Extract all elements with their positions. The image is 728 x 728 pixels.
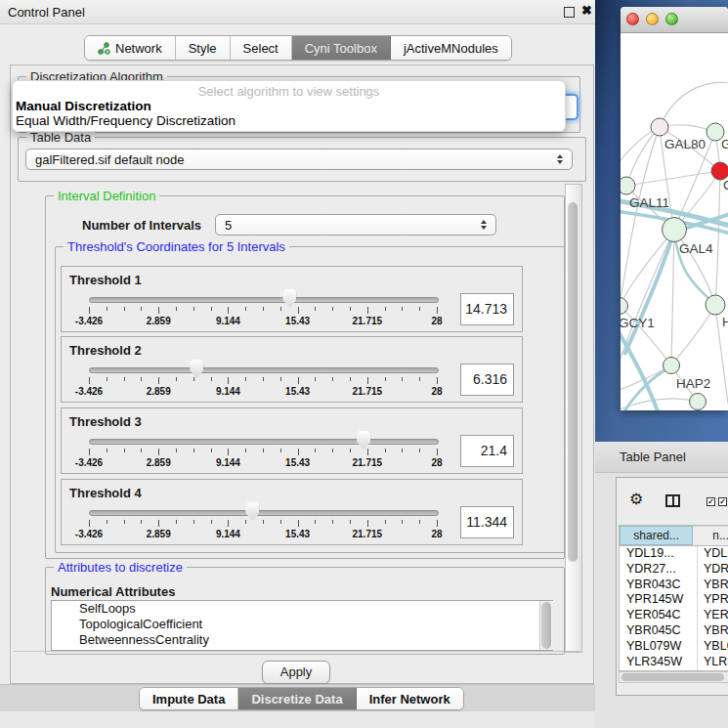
cell-shared-name[interactable]: YBL079W (620, 639, 698, 655)
main-vertical-scrollbar[interactable] (565, 184, 582, 653)
attribute-item-betweennesscentrality[interactable]: BetweennessCentrality (52, 632, 552, 648)
slider-tick (141, 449, 142, 452)
network-window-titlebar[interactable] (621, 7, 728, 33)
network-view-window[interactable]: GAL80GACGAL11GAL4GCY1HHAP2 (621, 7, 728, 410)
popup-option-equal-width-frequency-discretization[interactable]: Equal Width/Frequency Discretization (16, 113, 236, 128)
gear-icon[interactable]: ⚙ (629, 492, 643, 507)
cell-shared-name[interactable]: YPR145W (620, 592, 698, 608)
table-row[interactable]: YER054CYER0 (620, 608, 728, 623)
slider-track[interactable] (89, 510, 439, 516)
tab-discretize-data[interactable]: Discretize Data (238, 688, 356, 709)
network-node-GAL4[interactable] (663, 218, 687, 242)
network-node-H[interactable] (706, 295, 725, 315)
mac-zoom-button[interactable] (665, 13, 678, 25)
attribute-item-topologicalcoefficient[interactable]: TopologicalCoefficient (52, 617, 552, 632)
threshold-label: Threshold 3 (69, 414, 142, 429)
table-row[interactable]: YBR043CYBR0 (620, 578, 728, 593)
tab-style[interactable]: Style (176, 36, 231, 60)
network-node-BOT[interactable] (690, 394, 707, 410)
table-row[interactable]: YDL19...YDL1 (620, 546, 728, 562)
cell-name[interactable]: YBR0 (698, 578, 728, 593)
network-edge[interactable] (671, 305, 715, 365)
slider-tick (176, 520, 177, 524)
cell-shared-name[interactable]: YBR045C (620, 623, 698, 639)
network-graph[interactable]: GAL80GACGAL11GAL4GCY1HHAP2 (621, 32, 728, 410)
slider-tick-label: 9.144 (198, 529, 257, 539)
cell-name[interactable]: YLR3 (698, 655, 728, 670)
tab-cyni-toolbox[interactable]: Cyni Toolbox (292, 36, 391, 60)
mac-minimize-button[interactable] (646, 13, 659, 25)
network-edge[interactable] (626, 127, 660, 186)
network-edge-highlighted[interactable] (624, 231, 674, 355)
mac-close-button[interactable] (626, 13, 639, 25)
close-icon[interactable]: ✖ (581, 3, 592, 18)
apply-button[interactable]: Apply (262, 661, 330, 684)
network-node-HAP2[interactable] (664, 358, 680, 374)
cell-name[interactable]: YDL1 (698, 546, 728, 562)
table-row[interactable]: YDR27...YDR2 (620, 562, 728, 578)
cell-name[interactable]: YBR0 (698, 623, 728, 639)
cell-name[interactable]: YER0 (698, 608, 728, 623)
cell-shared-name[interactable]: YDL19... (620, 546, 698, 562)
table-horizontal-scrollbar[interactable] (619, 671, 728, 683)
main-scrollbar-thumb[interactable] (568, 202, 578, 562)
slider-tick (419, 449, 420, 452)
threshold-value-field[interactable]: 11.344 (460, 506, 514, 538)
slider-tick (228, 307, 229, 314)
threshold-panel-1: Threshold 1-3.4262.8599.14415.4321.71528… (61, 266, 523, 332)
float-window-icon[interactable] (564, 7, 575, 18)
network-node-GAL11[interactable] (621, 177, 635, 194)
threshold-value-field[interactable]: 6.316 (460, 364, 514, 396)
network-edge[interactable] (626, 171, 720, 186)
slider-track[interactable] (89, 297, 439, 303)
network-edge[interactable] (715, 171, 720, 305)
network-edge[interactable] (660, 82, 728, 127)
attribute-item-selfloops[interactable]: SelfLoops (52, 601, 552, 617)
checkbox-icon[interactable]: ✓ (718, 497, 727, 506)
column-layout-icon[interactable] (665, 494, 680, 507)
network-edge[interactable] (671, 230, 674, 365)
popup-option-manual-discretization[interactable]: Manual Discretization (16, 99, 151, 113)
cell-name[interactable]: YDR2 (698, 562, 728, 578)
cell-shared-name[interactable]: YER054C (620, 608, 698, 623)
table-row[interactable]: YBR045CYBR0 (620, 623, 728, 639)
num-intervals-combobox[interactable]: 5 (215, 214, 496, 236)
table-panel: ⚙ ✓ ✓ shared... n... YDL19...YDL1YDR27..… (616, 477, 728, 696)
tab-select[interactable]: Select (231, 36, 292, 60)
tab-impute-data[interactable]: Impute Data (140, 688, 238, 709)
tab-jactivemnodules[interactable]: jActiveMNodules (391, 36, 511, 60)
table-header-shared-name[interactable]: shared... (620, 526, 693, 545)
checkbox-icon[interactable]: ✓ (707, 497, 715, 506)
table-row[interactable]: YLR345WYLR3 (620, 655, 728, 670)
interval-definition-title: Interval Definition (54, 189, 159, 203)
network-edge-highlighted[interactable] (621, 325, 658, 410)
slider-track[interactable] (89, 439, 439, 445)
cell-shared-name[interactable]: YBR043C (620, 578, 698, 593)
slider-tick (437, 377, 438, 384)
tab-infer-network[interactable]: Infer Network (357, 688, 463, 709)
numerical-attributes-list[interactable]: SelfLoopsTopologicalCoefficientBetweenne… (51, 600, 553, 651)
slider-track[interactable] (89, 367, 439, 373)
slider-thumb[interactable] (245, 502, 259, 521)
slider-thumb[interactable] (190, 360, 203, 378)
threshold-value-field[interactable]: 21.4 (460, 435, 514, 467)
table-data-combobox[interactable]: galFiltered.sif default node (25, 149, 573, 170)
cell-shared-name[interactable]: YDR27... (620, 562, 698, 578)
threshold-value-field[interactable]: 14.713 (460, 293, 514, 325)
table-row[interactable]: YPR145WYPR1 (620, 592, 728, 608)
slider-tick (298, 307, 299, 314)
network-node-GCY1[interactable] (621, 298, 628, 315)
threshold-label: Threshold 1 (69, 273, 142, 287)
attributes-list-scrollbar[interactable] (539, 601, 553, 650)
network-edge[interactable] (621, 230, 674, 306)
table-hscrollbar-thumb[interactable] (621, 673, 724, 681)
cell-name[interactable]: YBL0 (698, 639, 728, 655)
table-header-name[interactable]: n... (693, 526, 728, 545)
cell-name[interactable]: YPR1 (698, 592, 728, 608)
slider-thumb[interactable] (357, 431, 370, 450)
table-row[interactable]: YBL079WYBL0 (620, 639, 728, 655)
tab-network[interactable]: Network (85, 36, 176, 60)
slider-thumb[interactable] (282, 289, 296, 308)
network-node-GAL80[interactable] (651, 118, 668, 136)
cell-shared-name[interactable]: YLR345W (620, 655, 698, 670)
